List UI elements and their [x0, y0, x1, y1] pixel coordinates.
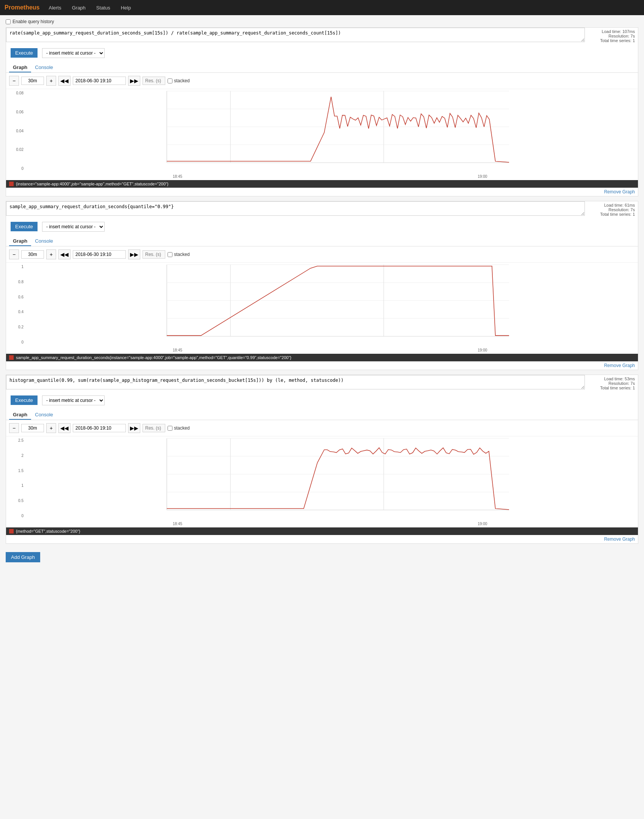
res-input-1[interactable] — [143, 250, 165, 259]
stacked-checkbox-2[interactable] — [168, 426, 172, 431]
chart-inner-1 — [25, 265, 635, 344]
y-axis-label: 0 — [7, 340, 24, 344]
nav-back-btn-0[interactable]: ◀◀ — [58, 76, 71, 86]
execute-button-2[interactable]: Execute — [11, 395, 38, 405]
datetime-input-1[interactable] — [73, 250, 126, 259]
x-axis-label: 19:00 — [478, 348, 487, 352]
graph-panel-2: Load time: 53msResolution: 7sTotal time … — [6, 375, 638, 544]
navbar: Prometheus Alerts Graph Status Help — [0, 0, 644, 15]
x-axis-label: 18:45 — [173, 174, 182, 179]
nav-graph[interactable]: Graph — [71, 2, 87, 14]
brand-logo: Prometheus — [5, 4, 39, 11]
nav-fwd-btn-0[interactable]: ▶▶ — [128, 76, 140, 86]
res-input-0[interactable] — [143, 77, 165, 85]
query-info-2: Load time: 53msResolution: 7sTotal time … — [585, 375, 638, 392]
stacked-checkbox-1[interactable] — [168, 252, 172, 257]
nav-back-btn-1[interactable]: ◀◀ — [58, 249, 71, 259]
x-axis-label: 19:00 — [478, 522, 487, 526]
legend-text: {instance="sample-app:4000",job="sample-… — [16, 182, 168, 186]
y-axis-label: 1 — [7, 265, 24, 269]
legend-text: sample_app_summary_request_duration_seco… — [16, 355, 291, 360]
time-plus-btn-1[interactable]: + — [46, 249, 56, 259]
y-axis-2: 2.521.510.50 — [7, 438, 24, 518]
query-input-1[interactable] — [6, 201, 585, 216]
y-axis-label: 0.08 — [7, 91, 24, 95]
time-range-input-2[interactable] — [21, 424, 44, 432]
chart-inner-2 — [25, 438, 635, 518]
stacked-label-1: stacked — [168, 252, 190, 257]
tab-console-2[interactable]: Console — [31, 410, 57, 420]
y-axis-label: 1 — [7, 483, 24, 488]
legend-2: {method="GET",statuscode="200"} — [6, 527, 638, 535]
time-minus-btn-2[interactable]: − — [9, 423, 19, 433]
graphs-container: Load time: 107msResolution: 7sTotal time… — [6, 27, 638, 544]
execute-button-1[interactable]: Execute — [11, 222, 38, 231]
execute-button-0[interactable]: Execute — [11, 48, 38, 58]
graph-controls-2: −+◀◀▶▶stacked — [6, 420, 638, 436]
y-axis-label: 2 — [7, 453, 24, 458]
datetime-input-0[interactable] — [73, 77, 126, 85]
x-axis-label: 19:00 — [478, 174, 487, 179]
time-range-input-1[interactable] — [21, 250, 44, 259]
chart-inner-0 — [25, 91, 635, 171]
legend-color-box — [9, 355, 14, 360]
y-axis-label: 0.5 — [7, 499, 24, 503]
y-axis-label: 0.8 — [7, 280, 24, 284]
graph-panel-0: Load time: 107msResolution: 7sTotal time… — [6, 27, 638, 196]
tab-graph-0[interactable]: Graph — [9, 63, 31, 72]
y-axis-label: 1.5 — [7, 469, 24, 473]
x-axis-2: 18:4519:00 — [25, 522, 635, 526]
legend-1: sample_app_summary_request_duration_seco… — [6, 354, 638, 361]
time-plus-btn-0[interactable]: + — [46, 76, 56, 86]
tabs-0: GraphConsole — [6, 61, 638, 73]
x-axis-label: 18:45 — [173, 522, 182, 526]
graph-controls-1: −+◀◀▶▶stacked — [6, 246, 638, 263]
remove-graph-link-0[interactable]: Remove Graph — [6, 188, 638, 196]
res-input-2[interactable] — [143, 424, 165, 432]
insert-metric-select-1[interactable]: - insert metric at cursor - — [42, 222, 105, 232]
time-plus-btn-2[interactable]: + — [46, 423, 56, 433]
time-minus-btn-0[interactable]: − — [9, 76, 19, 86]
stacked-text-0: stacked — [174, 78, 190, 83]
enable-history-label: Enable query history — [13, 19, 54, 24]
tabs-1: GraphConsole — [6, 235, 638, 246]
legend-0: {instance="sample-app:4000",job="sample-… — [6, 180, 638, 188]
insert-metric-select-0[interactable]: - insert metric at cursor - — [42, 48, 105, 58]
chart-wrapper-0: 0.080.060.040.02018:4519:00 — [6, 89, 638, 180]
stacked-label-0: stacked — [168, 78, 190, 83]
insert-metric-select-2[interactable]: - insert metric at cursor - — [42, 395, 105, 405]
nav-help[interactable]: Help — [119, 2, 133, 14]
nav-back-btn-2[interactable]: ◀◀ — [58, 423, 71, 433]
tab-graph-2[interactable]: Graph — [9, 410, 31, 420]
query-input-0[interactable] — [6, 28, 585, 42]
y-axis-label: 0.4 — [7, 310, 24, 314]
y-axis-label: 0 — [7, 166, 24, 171]
tab-console-1[interactable]: Console — [31, 237, 57, 246]
tabs-2: GraphConsole — [6, 409, 638, 420]
enable-history-checkbox[interactable] — [6, 19, 11, 24]
tab-graph-1[interactable]: Graph — [9, 237, 31, 246]
add-graph-button[interactable]: Add Graph — [6, 552, 40, 562]
stacked-text-1: stacked — [174, 252, 190, 257]
nav-fwd-btn-1[interactable]: ▶▶ — [128, 249, 140, 259]
remove-graph-link-2[interactable]: Remove Graph — [6, 535, 638, 543]
graph-panel-1: Load time: 61msResolution: 7sTotal time … — [6, 201, 638, 370]
y-axis-label: 0.02 — [7, 147, 24, 152]
nav-fwd-btn-2[interactable]: ▶▶ — [128, 423, 140, 433]
datetime-input-2[interactable] — [73, 424, 126, 432]
time-minus-btn-1[interactable]: − — [9, 249, 19, 259]
y-axis-label: 0.04 — [7, 129, 24, 133]
query-info-1: Load time: 61msResolution: 7sTotal time … — [585, 201, 638, 218]
action-row-1: Execute- insert metric at cursor - — [6, 218, 638, 235]
nav-status[interactable]: Status — [95, 2, 112, 14]
time-range-input-0[interactable] — [21, 77, 44, 85]
action-row-0: Execute- insert metric at cursor - — [6, 44, 638, 61]
tab-console-0[interactable]: Console — [31, 63, 57, 72]
remove-graph-link-1[interactable]: Remove Graph — [6, 361, 638, 370]
legend-color-box — [9, 182, 14, 186]
nav-alerts[interactable]: Alerts — [47, 2, 63, 14]
query-info-0: Load time: 107msResolution: 7sTotal time… — [585, 28, 638, 44]
stacked-checkbox-0[interactable] — [168, 78, 172, 83]
query-input-2[interactable] — [6, 375, 585, 389]
x-axis-label: 18:45 — [173, 348, 182, 352]
